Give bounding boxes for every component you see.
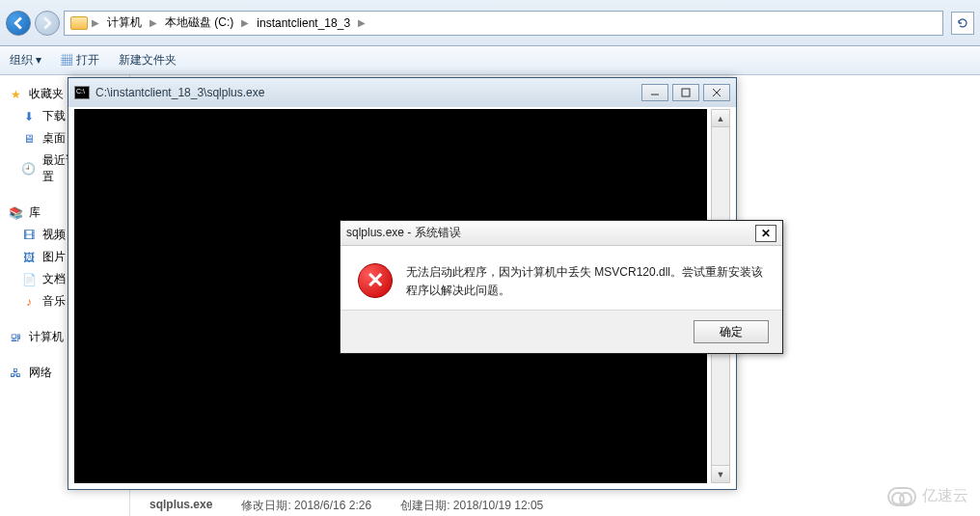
console-icon — [74, 86, 90, 99]
dialog-body: ✕ 无法启动此程序，因为计算机中丢失 MSVCR120.dll。尝试重新安装该程… — [340, 246, 782, 310]
svg-rect-0 — [682, 89, 690, 96]
download-icon: ⬇ — [21, 109, 37, 124]
breadcrumb-folder[interactable]: instantclient_18_3 — [253, 12, 354, 35]
chevron-right-icon: ▶ — [241, 17, 249, 28]
explorer-titlebar: ▶ 计算机 ▶ 本地磁盘 (C:) ▶ instantclient_18_3 ▶ — [0, 0, 980, 46]
music-icon: ♪ — [21, 294, 37, 310]
computer-icon: 🖳 — [8, 330, 23, 345]
dialog-titlebar[interactable]: sqlplus.exe - 系统错误 ✕ — [340, 221, 782, 246]
watermark-icon — [887, 487, 916, 506]
picture-icon: 🖼 — [21, 250, 37, 265]
refresh-button[interactable] — [951, 12, 974, 35]
console-title: C:\instantclient_18_3\sqlplus.exe — [95, 86, 636, 99]
watermark: 亿速云 — [887, 486, 968, 506]
recent-icon: 🕘 — [21, 161, 37, 177]
cmd-new-folder[interactable]: 新建文件夹 — [119, 52, 177, 68]
dialog-close-button[interactable]: ✕ — [755, 225, 776, 242]
document-icon: 📄 — [21, 272, 37, 287]
refresh-icon — [957, 17, 968, 29]
breadcrumb-computer[interactable]: 计算机 — [103, 12, 146, 35]
cmd-organize[interactable]: 组织 ▾ — [10, 52, 41, 68]
network-icon: 🖧 — [8, 366, 23, 381]
desktop-icon: 🖥 — [21, 131, 37, 147]
arrow-left-icon — [12, 16, 25, 30]
maximize-button[interactable] — [672, 84, 699, 101]
dialog-title: sqlplus.exe - 系统错误 — [346, 225, 755, 241]
error-dialog: sqlplus.exe - 系统错误 ✕ ✕ 无法启动此程序，因为计算机中丢失 … — [340, 220, 783, 354]
minimize-icon — [650, 88, 660, 97]
details-pane: sqlplus.exe 修改日期: 2018/6/16 2:26 创建日期: 2… — [150, 498, 980, 514]
chevron-right-icon: ▶ — [358, 17, 366, 28]
ok-button[interactable]: 确定 — [694, 320, 769, 343]
breadcrumb-label: 本地磁盘 (C:) — [165, 14, 233, 31]
dialog-message: 无法启动此程序，因为计算机中丢失 MSVCR120.dll。尝试重新安装该程序以… — [406, 263, 765, 300]
star-icon: ★ — [8, 87, 23, 102]
library-icon: 📚 — [8, 205, 23, 221]
close-button[interactable] — [703, 84, 730, 101]
chevron-right-icon: ▶ — [150, 17, 157, 28]
chevron-right-icon: ▶ — [92, 17, 99, 28]
nav-forward-button[interactable] — [35, 11, 60, 36]
command-bar: 组织 ▾ ▦ 打开 新建文件夹 — [0, 46, 980, 75]
nav-back-button[interactable] — [6, 11, 31, 36]
arrow-right-icon — [41, 16, 54, 30]
dialog-footer: 确定 — [340, 310, 782, 353]
close-icon: ✕ — [761, 227, 771, 240]
error-icon: ✕ — [358, 263, 393, 298]
breadcrumb-drive[interactable]: 本地磁盘 (C:) — [161, 12, 237, 35]
maximize-icon — [681, 88, 691, 97]
cmd-open[interactable]: ▦ 打开 — [61, 52, 98, 68]
breadcrumb-label: instantclient_18_3 — [257, 16, 350, 30]
console-titlebar[interactable]: C:\instantclient_18_3\sqlplus.exe — [68, 78, 736, 107]
watermark-text: 亿速云 — [922, 486, 968, 506]
breadcrumb-label: 计算机 — [107, 14, 142, 31]
video-icon: 🎞 — [21, 228, 37, 243]
close-icon — [712, 88, 721, 97]
address-bar[interactable]: ▶ 计算机 ▶ 本地磁盘 (C:) ▶ instantclient_18_3 ▶ — [64, 11, 943, 36]
folder-icon — [70, 16, 88, 30]
minimize-button[interactable] — [641, 84, 668, 101]
selected-file-name: sqlplus.exe — [150, 498, 212, 514]
scroll-down-button[interactable]: ▼ — [712, 465, 729, 482]
scroll-up-button[interactable]: ▲ — [712, 110, 729, 127]
